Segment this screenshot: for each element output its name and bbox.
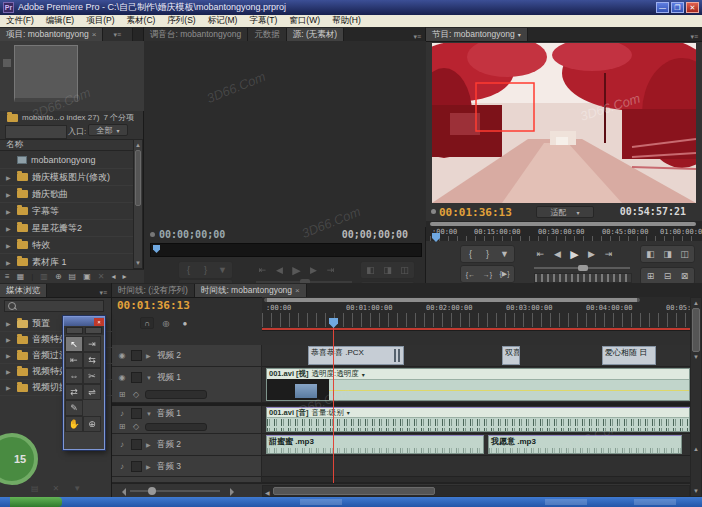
new-item-icon[interactable]: ▣: [83, 272, 91, 281]
menu-window[interactable]: 窗口(W): [289, 15, 320, 27]
timeline-v-scrollbar[interactable]: ▲ ▼ ▲ ▼: [690, 297, 702, 497]
twirl-icon[interactable]: ▶: [6, 208, 13, 215]
menu-help[interactable]: 帮助(H): [332, 15, 361, 27]
close-tab-icon[interactable]: ×: [295, 286, 300, 295]
tab-project[interactable]: 项目: mobantongyong ×: [0, 28, 103, 41]
tab-source[interactable]: 源: (无素材): [287, 28, 344, 41]
zoom-level-select[interactable]: 适配 ▾: [536, 206, 594, 218]
goto-in-button[interactable]: ⇤: [532, 247, 549, 261]
clear-icon[interactable]: ✕: [98, 272, 105, 281]
close-button[interactable]: ✕: [686, 2, 699, 13]
track-height-slider[interactable]: [145, 423, 207, 431]
speaker-icon[interactable]: ♪: [117, 440, 127, 449]
track-content-video1[interactable]: 001.avi [视] 透明度:透明度 ▾: [262, 367, 690, 403]
set-encore-marker-button[interactable]: ◎: [159, 317, 173, 329]
jump-forward-button[interactable]: →}: [479, 267, 496, 281]
project-item-bin[interactable]: ▶ 婚庆歌曲: [0, 186, 133, 203]
slip-tool[interactable]: ⇄: [65, 384, 83, 400]
track-content-audio3[interactable]: [262, 456, 690, 477]
nav-right-icon[interactable]: ▸: [122, 272, 126, 281]
filter-select[interactable]: 全部 ▾: [88, 124, 128, 136]
timeline-h-scrollbar[interactable]: ◀: [262, 485, 690, 497]
taskbar-item[interactable]: [300, 499, 342, 505]
track-select-tool[interactable]: ⇥: [83, 336, 101, 352]
clip-v2-shuangxi[interactable]: 双喜: [502, 346, 520, 365]
zoom-tool[interactable]: ⊕: [83, 416, 101, 432]
hand-tool[interactable]: ✋: [65, 416, 83, 432]
twirl-icon[interactable]: ▶: [146, 352, 153, 359]
close-tab-icon[interactable]: ×: [92, 30, 97, 39]
new-bin-icon[interactable]: ▤: [31, 484, 39, 493]
menu-project[interactable]: 项目(P): [86, 15, 114, 27]
track-content-audio1[interactable]: 001.avi [音] 音量:级别 ▾: [262, 406, 690, 434]
chevron-down-icon[interactable]: ▾: [362, 371, 365, 378]
snap-button[interactable]: ∩: [140, 317, 154, 329]
program-monitor[interactable]: 3D66.Com: [432, 43, 696, 203]
scroll-up-icon[interactable]: ▲: [134, 140, 142, 148]
twirl-icon[interactable]: ▶: [6, 242, 13, 249]
step-back-button[interactable]: ◀: [549, 247, 566, 261]
track-header-audio1[interactable]: ♪ ▼ 音频 1 ⊞ ◇: [112, 406, 262, 434]
scroll-up-icon[interactable]: ▲: [691, 446, 701, 452]
project-item-bin[interactable]: ▶ 字幕等: [0, 203, 133, 220]
twirl-icon[interactable]: ▶: [146, 441, 153, 448]
playhead-line[interactable]: [333, 327, 334, 483]
menu-file[interactable]: 文件(F): [6, 15, 34, 27]
work-area-bar[interactable]: [430, 222, 696, 226]
slide-tool[interactable]: ⇌: [83, 384, 101, 400]
timeline-current-time[interactable]: 00:01:36:13: [117, 299, 190, 312]
twirl-icon[interactable]: ▶: [6, 225, 13, 232]
menu-marker[interactable]: 标记(M): [208, 15, 238, 27]
track-lock-toggle[interactable]: [131, 350, 142, 361]
windows-taskbar[interactable]: [0, 497, 702, 507]
jog-disk[interactable]: [534, 273, 632, 283]
step-forward-button[interactable]: ▶: [305, 263, 322, 277]
mark-out-button[interactable]: }: [197, 263, 214, 277]
keyframe-display-icon[interactable]: ⊞: [117, 390, 127, 399]
clip-a2-tianmimi[interactable]: 甜蜜蜜 .mp3: [266, 435, 484, 454]
find-input[interactable]: [5, 125, 67, 139]
lift-button[interactable]: ◧: [642, 247, 659, 261]
track-content-video2[interactable]: 恭喜恭喜 .PCX 双喜 爱心相随 日: [262, 345, 690, 367]
tab-info-stub[interactable]: ▾≡: [103, 28, 133, 41]
tools-palette[interactable]: × ↖ ⇥ ⇤ ⇆ ⇔ ✂ ⇄ ⇌ ✎ ✋ ⊕: [63, 316, 105, 450]
scroll-down-icon[interactable]: ▼: [73, 484, 81, 493]
zoom-slider-handle[interactable]: [148, 487, 156, 495]
goto-in-button[interactable]: ⇤: [254, 263, 271, 277]
twirl-icon[interactable]: ▶: [6, 320, 13, 327]
twirl-icon[interactable]: ▶: [6, 352, 13, 359]
tab-timeline-empty[interactable]: 时间线: (没有序列): [112, 284, 195, 297]
track-lock-toggle[interactable]: [131, 372, 142, 383]
keyframe-display-icon[interactable]: ⊞: [117, 422, 127, 431]
source-playhead-icon[interactable]: [153, 245, 160, 253]
menu-sequence[interactable]: 序列(S): [167, 15, 195, 27]
ripple-edit-tool[interactable]: ⇤: [65, 352, 83, 368]
track-output-toggle-icon[interactable]: ◉: [117, 351, 127, 360]
shuttle-slider[interactable]: [534, 267, 630, 269]
menu-title[interactable]: 字幕(T): [249, 15, 277, 27]
zoom-slider[interactable]: [130, 490, 220, 492]
tab-timeline-sequence[interactable]: 时间线: mobantongyong ×: [195, 284, 307, 297]
twirl-icon[interactable]: ▶: [6, 336, 13, 343]
menu-clip[interactable]: 素材(C): [127, 15, 156, 27]
twirl-icon[interactable]: ▶: [6, 259, 13, 266]
jump-back-button[interactable]: {←: [462, 267, 479, 281]
preview-thumbnail[interactable]: [14, 45, 78, 102]
title-bar[interactable]: Pr Adobe Premiere Pro - C:\自己制作\婚庆模板\mob…: [0, 0, 702, 15]
project-item-sequence[interactable]: mobantongyong: [0, 152, 133, 169]
scroll-down-icon[interactable]: ▼: [134, 260, 142, 266]
timeline-ruler[interactable]: :00:00 00:01:00:00 00:02:00:00 00:03:00:…: [262, 297, 690, 331]
twirl-icon[interactable]: ▼: [146, 375, 153, 381]
track-header-audio3[interactable]: ♪ ▶ 音频 3: [112, 456, 262, 477]
panel-menu-icon[interactable]: ▾≡: [409, 33, 425, 41]
zoom-in-icon[interactable]: [230, 488, 238, 496]
track-output-toggle-icon[interactable]: ◉: [117, 373, 127, 382]
shuttle-handle[interactable]: [578, 265, 588, 271]
set-marker-button[interactable]: ▼: [496, 247, 513, 261]
scroll-down-icon[interactable]: ▼: [691, 354, 701, 360]
twirl-icon[interactable]: ▶: [6, 191, 13, 198]
project-item-bin[interactable]: ▶ 婚庆模板图片(修改): [0, 169, 133, 186]
rate-stretch-tool[interactable]: ⇔: [65, 368, 83, 384]
close-icon[interactable]: ×: [94, 318, 104, 326]
step-back-button[interactable]: ◀: [271, 263, 288, 277]
